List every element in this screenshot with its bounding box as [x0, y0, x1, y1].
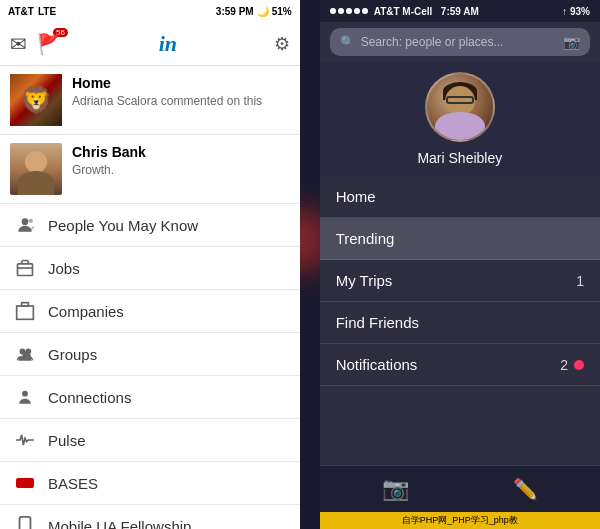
carrier-name-right: AT&T M-Cell	[374, 6, 433, 17]
notifications-badge-num: 2	[560, 357, 568, 373]
status-bar-right: AT&T M-Cell 7:59 AM ↑ 93%	[320, 0, 600, 22]
watermark-text: 自学PHP网_PHP学习_php教	[402, 515, 518, 525]
menu-item-bases[interactable]: BASES	[0, 462, 300, 505]
avatar-inner	[427, 74, 493, 140]
top-nav-left: ✉ 56 🚩 in ⚙	[0, 22, 300, 66]
search-bar[interactable]: 🔍 Search: people or places... 📷	[330, 28, 590, 56]
battery-left: 51%	[272, 6, 292, 17]
feed-text-home: Home Adriana Scalora commented on this	[72, 74, 290, 110]
compose-toolbar-icon[interactable]: ✏️	[513, 477, 538, 501]
right-menu-label-findfriends: Find Friends	[336, 314, 419, 331]
pulse-icon	[14, 429, 36, 451]
left-panel: AT&T LTE 3:59 PM 🌙 51% ✉ 56 🚩 in ⚙ 🦁	[0, 0, 300, 529]
right-menu-label-home: Home	[336, 188, 376, 205]
svg-rect-2	[18, 264, 33, 276]
menu-label-jobs: Jobs	[48, 260, 80, 277]
companies-icon	[14, 300, 36, 322]
my-trips-badge: 1	[576, 273, 584, 289]
carrier-right: AT&T M-Cell	[330, 6, 433, 17]
right-menu-label-trending: Trending	[336, 230, 395, 247]
carrier-info-left: AT&T LTE	[8, 6, 56, 17]
svg-rect-5	[22, 303, 29, 306]
search-icon-right: 🔍	[340, 35, 355, 49]
linkedin-logo: in	[159, 31, 177, 57]
network-type-left: LTE	[38, 6, 56, 17]
right-menu-label-mytrips: My Trips	[336, 272, 393, 289]
menu-label-people: People You May Know	[48, 217, 198, 234]
watermark: 自学PHP网_PHP学习_php教	[320, 512, 600, 529]
camera-toolbar-icon[interactable]: 📷	[382, 476, 409, 502]
right-menu-findfriends[interactable]: Find Friends	[320, 302, 600, 344]
menu-label-companies: Companies	[48, 303, 124, 320]
feed-title-chris: Chris Bank	[72, 143, 290, 161]
signal-dot-1	[330, 8, 336, 14]
svg-point-0	[22, 218, 29, 225]
my-trips-badge-num: 1	[576, 273, 584, 289]
connections-icon	[14, 386, 36, 408]
svg-point-14	[22, 391, 28, 397]
menu-item-mobile-ua[interactable]: Mobile UA Fellowship	[0, 505, 300, 529]
menu-label-bases: BASES	[48, 475, 98, 492]
menu-item-pulse[interactable]: Pulse	[0, 419, 300, 462]
right-menu-trending[interactable]: Trending	[320, 218, 600, 260]
lion-emoji: 🦁	[20, 85, 52, 116]
camera-search-icon[interactable]: 📷	[563, 34, 580, 50]
middle-strip	[300, 0, 320, 529]
right-menu-mytrips[interactable]: My Trips 1	[320, 260, 600, 302]
feed-subtitle-chris: Growth.	[72, 163, 290, 179]
battery-right: 93%	[570, 6, 590, 17]
person-head	[25, 151, 47, 173]
feed-avatar-chris	[10, 143, 62, 195]
right-menu-notifications[interactable]: Notifications 2	[320, 344, 600, 386]
notifications-badge-dot	[574, 360, 584, 370]
profile-section[interactable]: Mari Sheibley	[320, 62, 600, 176]
menu-item-groups[interactable]: Groups	[0, 333, 300, 376]
mail-icon[interactable]: ✉	[10, 32, 27, 56]
profile-avatar	[425, 72, 495, 142]
signal-dots: AT&T M-Cell	[330, 6, 433, 17]
notifications-badge: 2	[560, 357, 584, 373]
menu-item-people[interactable]: People You May Know	[0, 204, 300, 247]
signal-dot-3	[346, 8, 352, 14]
feed-item-home[interactable]: 🦁 Home Adriana Scalora commented on this	[0, 66, 300, 135]
people-icon	[14, 214, 36, 236]
feed-section: 🦁 Home Adriana Scalora commented on this…	[0, 66, 300, 529]
feed-item-chris[interactable]: Chris Bank Growth.	[0, 135, 300, 204]
status-bar-left: AT&T LTE 3:59 PM 🌙 51%	[0, 0, 300, 22]
mobile-ua-icon	[14, 515, 36, 529]
signal-dot-2	[338, 8, 344, 14]
feed-text-chris: Chris Bank Growth.	[72, 143, 290, 179]
groups-icon	[14, 343, 36, 365]
feed-subtitle-home: Adriana Scalora commented on this	[72, 94, 290, 110]
svg-point-1	[29, 219, 33, 223]
wifi-arrow-icon: ↑	[562, 6, 567, 17]
bases-icon	[14, 472, 36, 494]
flag-icon[interactable]: 🚩	[37, 32, 62, 56]
feed-avatar-lion: 🦁	[10, 74, 62, 126]
carrier-left: AT&T	[8, 6, 34, 17]
right-menu-label-notifications: Notifications	[336, 356, 418, 373]
menu-item-companies[interactable]: Companies	[0, 290, 300, 333]
menu-item-connections[interactable]: Connections	[0, 376, 300, 419]
signal-dot-4	[354, 8, 360, 14]
feed-title-home: Home	[72, 74, 290, 92]
moon-icon: 🌙	[257, 6, 269, 17]
signal-dot-5	[362, 8, 368, 14]
time-left: 3:59 PM	[216, 6, 254, 17]
menu-label-pulse: Pulse	[48, 432, 86, 449]
bottom-toolbar-right: 📷 ✏️	[320, 465, 600, 512]
nav-icons-left: ✉ 56 🚩	[10, 32, 62, 56]
right-menu-home[interactable]: Home	[320, 176, 600, 218]
svg-rect-4	[17, 306, 34, 319]
gear-icon[interactable]: ⚙	[274, 33, 290, 55]
battery-info-right: ↑ 93%	[562, 6, 590, 17]
avatar-body	[435, 112, 485, 140]
menu-label-connections: Connections	[48, 389, 131, 406]
menu-label-groups: Groups	[48, 346, 97, 363]
menu-item-jobs[interactable]: Jobs	[0, 247, 300, 290]
menu-label-mobile-ua: Mobile UA Fellowship	[48, 518, 191, 530]
red-blob-decoration	[300, 200, 320, 280]
time-right: 7:59 AM	[441, 6, 479, 17]
svg-rect-15	[20, 517, 31, 529]
jobs-icon	[14, 257, 36, 279]
